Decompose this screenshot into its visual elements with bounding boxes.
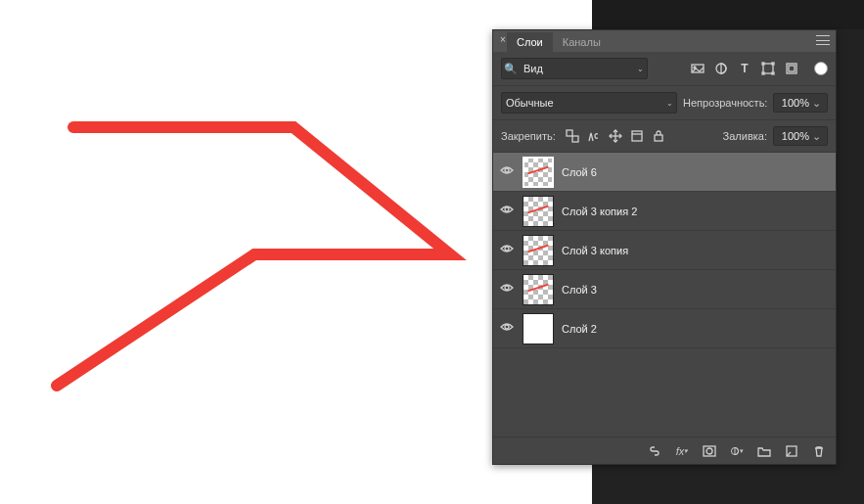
panel-footer: fx▾ ▾ — [493, 436, 836, 464]
lock-transparency-icon[interactable] — [566, 129, 579, 143]
layer-name[interactable]: Слой 6 — [562, 166, 597, 178]
panel-tabs: Слои Каналы — [507, 30, 611, 52]
add-mask-icon[interactable] — [703, 444, 716, 458]
svg-point-21 — [505, 325, 509, 329]
svg-rect-14 — [632, 131, 642, 141]
layer-row[interactable]: Слой 2 — [493, 309, 836, 348]
svg-point-23 — [706, 448, 712, 454]
panel-menu-icon[interactable] — [816, 35, 830, 45]
svg-point-18 — [505, 207, 509, 211]
filter-type-icons: T — [691, 62, 828, 75]
chevron-down-icon: ⌄ — [662, 99, 676, 108]
visibility-icon[interactable] — [499, 242, 515, 258]
visibility-icon[interactable] — [499, 203, 515, 219]
chevron-down-icon: ⌄ — [809, 130, 823, 143]
layer-row[interactable]: Слой 3 копия — [493, 231, 836, 270]
lock-row: Закрепить: Заливка: 100% ⌄ — [493, 120, 836, 153]
layers-list[interactable]: Слой 6Слой 3 копия 2Слой 3 копияСлой 3Сл… — [493, 153, 836, 436]
visibility-icon[interactable] — [499, 163, 515, 180]
layer-thumbnail[interactable] — [523, 274, 554, 305]
filter-label: Вид — [520, 63, 633, 74]
lock-label: Закрепить: — [501, 130, 556, 142]
close-icon[interactable]: × — [497, 34, 509, 46]
tab-channels[interactable]: Каналы — [553, 32, 611, 52]
visibility-icon[interactable] — [499, 320, 515, 337]
lock-pixels-icon[interactable] — [587, 129, 601, 143]
layers-panel: × Слои Каналы 🔍 Вид ⌄ T Обычные ⌄ Непроз… — [492, 29, 837, 465]
svg-rect-9 — [789, 66, 795, 71]
svg-point-17 — [505, 168, 509, 172]
link-layers-icon[interactable] — [648, 444, 661, 458]
layer-row[interactable]: Слой 3 — [493, 270, 836, 309]
layer-thumbnail[interactable] — [523, 157, 554, 188]
blend-mode-dropdown[interactable]: Обычные ⌄ — [501, 92, 677, 114]
add-adjustment-icon[interactable]: ▾ — [730, 444, 744, 458]
new-group-icon[interactable] — [757, 444, 771, 458]
opacity-label: Непрозрачность: — [683, 97, 767, 109]
visibility-icon[interactable] — [499, 281, 515, 298]
fill-input[interactable]: 100% ⌄ — [773, 126, 828, 146]
toolbar-strip — [592, 0, 864, 29]
filter-shape-icon[interactable] — [761, 62, 775, 75]
blend-mode-value: Обычные — [502, 97, 662, 109]
opacity-input[interactable]: 100% ⌄ — [773, 93, 828, 113]
layer-fx-icon[interactable]: fx▾ — [675, 444, 689, 458]
opacity-value: 100% — [782, 97, 809, 109]
layer-filter-dropdown[interactable]: 🔍 Вид ⌄ — [501, 58, 648, 79]
svg-rect-11 — [572, 136, 578, 142]
lock-position-icon[interactable] — [609, 129, 622, 143]
chevron-down-icon: ⌄ — [633, 65, 647, 73]
svg-rect-16 — [655, 135, 662, 141]
tab-layers[interactable]: Слои — [507, 32, 553, 52]
layer-name[interactable]: Слой 2 — [562, 323, 597, 335]
lock-icons — [566, 129, 665, 143]
svg-point-20 — [505, 286, 509, 290]
filter-smart-icon[interactable] — [785, 62, 798, 75]
layer-thumbnail[interactable] — [523, 235, 554, 266]
chevron-down-icon: ⌄ — [809, 97, 823, 110]
svg-rect-10 — [567, 130, 572, 136]
lock-all-icon[interactable] — [652, 129, 665, 143]
panel-titlebar: × Слои Каналы — [493, 30, 836, 52]
layer-thumbnail[interactable] — [523, 196, 554, 227]
layer-name[interactable]: Слой 3 копия 2 — [562, 206, 637, 217]
new-layer-icon[interactable] — [785, 444, 798, 458]
delete-layer-icon[interactable] — [812, 444, 826, 458]
layer-row[interactable]: Слой 3 копия 2 — [493, 192, 836, 231]
layer-name[interactable]: Слой 3 копия — [562, 245, 628, 256]
fill-label: Заливка: — [723, 130, 767, 142]
filter-pixel-icon[interactable] — [691, 62, 705, 75]
svg-point-19 — [505, 247, 509, 251]
filter-row: 🔍 Вид ⌄ T — [493, 52, 836, 86]
layer-name[interactable]: Слой 3 — [562, 284, 597, 296]
filter-type-icon[interactable]: T — [738, 62, 751, 75]
filter-toggle-icon[interactable] — [814, 62, 828, 75]
lock-artboard-icon[interactable] — [630, 129, 644, 143]
fill-value: 100% — [782, 130, 809, 142]
search-icon: 🔍 — [502, 63, 520, 75]
blend-row: Обычные ⌄ Непрозрачность: 100% ⌄ — [493, 86, 836, 120]
layer-row[interactable]: Слой 6 — [493, 153, 836, 192]
layer-thumbnail[interactable] — [523, 313, 554, 344]
filter-adjust-icon[interactable] — [714, 62, 728, 75]
